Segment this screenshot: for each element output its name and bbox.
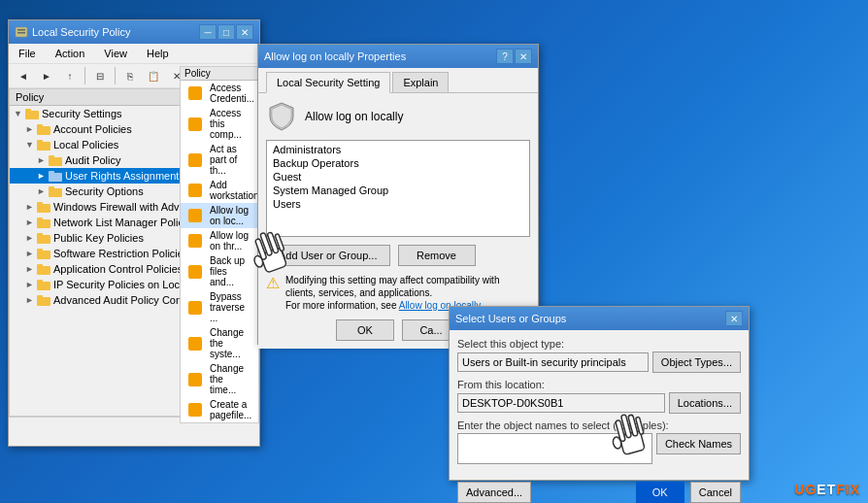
object-type-input[interactable] <box>457 352 649 372</box>
watermark: UGETFIX <box>794 482 860 497</box>
allow-logon-titlebar: Allow log on locally Properties ? ✕ <box>258 45 538 68</box>
tree-label-9: Software Restriction Policies <box>53 248 188 259</box>
svg-rect-4 <box>25 109 31 113</box>
policy-right-pane: Policy Access Credenti... Access this co… <box>180 66 259 423</box>
select-users-footer: Advanced... OK Cancel <box>450 478 749 503</box>
policy-icon-4 <box>188 209 202 222</box>
menu-file[interactable]: File <box>13 46 42 61</box>
object-types-btn[interactable]: Object Types... <box>652 352 741 373</box>
policy-item-9[interactable]: Change the time... <box>181 361 258 397</box>
select-users-close-btn[interactable]: ✕ <box>725 311 743 326</box>
policy-icon-2 <box>188 153 202 167</box>
svg-rect-6 <box>37 124 43 128</box>
from-location-row: From this location: Locations... <box>457 379 741 414</box>
group-list-box[interactable]: Administrators Backup Operators Guest Sy… <box>266 140 530 237</box>
lsp-menubar: File Action View Help <box>9 44 259 64</box>
folder-icon-7 <box>37 217 50 228</box>
allow-logon-close-btn[interactable]: ✕ <box>515 49 532 64</box>
remove-btn[interactable]: Remove <box>398 245 476 266</box>
select-users-dialog: Select Users or Groups ✕ Select this obj… <box>449 306 750 481</box>
allow-logon-ok-btn[interactable]: OK <box>336 319 394 341</box>
select-users-controls: ✕ <box>725 311 743 326</box>
locations-btn[interactable]: Locations... <box>669 392 741 414</box>
expand-icon-4: ► <box>37 171 49 181</box>
toolbar-paste[interactable]: 📋 <box>143 66 164 85</box>
toolbar-show-hide[interactable]: ⊟ <box>89 66 111 85</box>
policy-icon-5 <box>188 234 202 248</box>
policy-item-11[interactable]: Create a token o... <box>181 422 258 423</box>
policy-item-6[interactable]: Back up files and... <box>181 253 258 289</box>
lsp-maximize-btn[interactable]: □ <box>217 24 235 40</box>
toolbar-forward[interactable]: ► <box>36 66 57 85</box>
object-names-input[interactable] <box>457 433 652 464</box>
shield-policy-icon <box>268 101 295 132</box>
group-backup-operators[interactable]: Backup Operators <box>269 156 527 170</box>
lsp-title-text: Local Security Policy <box>32 26 131 38</box>
allow-logon-dialog: Allow log on locally Properties ? ✕ Loca… <box>257 44 539 345</box>
toolbar-copy[interactable]: ⎘ <box>119 66 141 85</box>
add-user-group-btn[interactable]: Add User or Group... <box>266 245 390 266</box>
policy-item-7[interactable]: Bypass traverse ... <box>181 289 258 325</box>
watermark-ug: UG <box>794 482 817 497</box>
tab-explain[interactable]: Explain <box>392 72 449 92</box>
folder-icon-4 <box>49 170 62 182</box>
group-guest[interactable]: Guest <box>269 170 527 184</box>
svg-rect-14 <box>49 186 54 190</box>
folder-icon-2 <box>37 139 50 151</box>
advanced-btn[interactable]: Advanced... <box>457 482 531 503</box>
svg-rect-28 <box>37 295 43 299</box>
policy-item-2[interactable]: Act as part of th... <box>181 142 258 178</box>
svg-rect-1 <box>17 29 25 31</box>
folder-icon-8 <box>37 232 50 244</box>
tab-local-security-setting[interactable]: Local Security Setting <box>266 72 390 93</box>
policy-item-0[interactable]: Access Credenti... <box>181 81 258 106</box>
folder-icon-1 <box>37 123 50 135</box>
lsp-title-icon <box>15 25 28 39</box>
group-system-managed[interactable]: System Managed Group <box>269 184 527 197</box>
toolbar-back[interactable]: ◄ <box>13 66 34 85</box>
tree-label-3: Audit Policy <box>65 154 120 166</box>
tree-label-1: Account Policies <box>53 123 132 135</box>
folder-icon-5 <box>49 185 62 197</box>
policy-icon-3 <box>188 184 202 197</box>
policy-item-10[interactable]: Create a pagefile... <box>181 397 258 422</box>
tree-label-0: Security Settings <box>42 108 122 119</box>
expand-icon-2: ▼ <box>25 140 37 150</box>
folder-icon-9 <box>37 248 50 259</box>
select-users-titlebar: Select Users or Groups ✕ <box>450 307 749 330</box>
select-users-ok-btn[interactable]: OK <box>636 482 684 503</box>
policy-item-5[interactable]: Allow log on thr... <box>181 228 258 253</box>
menu-action[interactable]: Action <box>50 46 91 61</box>
allow-logon-help-btn[interactable]: ? <box>496 49 514 64</box>
folder-icon-0 <box>25 108 39 119</box>
svg-rect-24 <box>37 264 43 268</box>
toolbar-up[interactable]: ↑ <box>59 66 81 85</box>
expand-icon-5: ► <box>37 186 49 196</box>
policy-item-4[interactable]: Allow log on loc... <box>181 203 258 228</box>
expand-icon-3: ► <box>37 155 49 165</box>
enter-names-row: Enter the object names to select (exampl… <box>457 419 741 464</box>
ok-cancel-group: OK Cancel <box>636 482 741 503</box>
select-users-body: Select this object type: Object Types...… <box>450 330 749 478</box>
expand-icon-7: ► <box>25 218 37 227</box>
folder-icon-12 <box>37 294 50 306</box>
policy-item-3[interactable]: Add workstation... <box>181 178 258 203</box>
group-users[interactable]: Users <box>269 197 527 211</box>
toolbar-sep2 <box>115 67 116 84</box>
menu-help[interactable]: Help <box>141 46 175 61</box>
desktop: Local Security Policy ─ □ ✕ File Action … <box>0 0 868 503</box>
location-input[interactable] <box>457 393 665 413</box>
lsp-minimize-btn[interactable]: ─ <box>199 24 217 40</box>
enter-names-label: Enter the object names to select (exampl… <box>457 419 741 431</box>
lsp-close-btn[interactable]: ✕ <box>236 24 253 40</box>
policy-item-1[interactable]: Access this comp... <box>181 106 258 142</box>
allow-logon-title: Allow log on locally Properties <box>264 50 406 62</box>
location-field-row: Locations... <box>457 392 741 414</box>
policy-item-8[interactable]: Change the syste... <box>181 325 258 361</box>
group-administrators[interactable]: Administrators <box>269 143 527 156</box>
allow-logon-policy-name: Allow log on locally <box>305 110 403 123</box>
select-users-cancel-btn[interactable]: Cancel <box>690 482 741 503</box>
svg-rect-10 <box>49 155 54 159</box>
menu-view[interactable]: View <box>98 46 133 61</box>
check-names-btn[interactable]: Check Names <box>656 433 741 454</box>
